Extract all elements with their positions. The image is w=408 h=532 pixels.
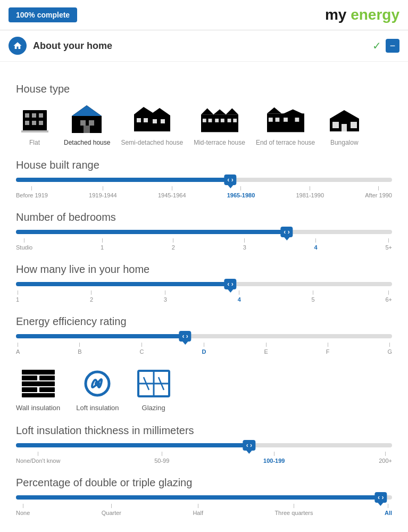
section-header: About your home ✓ − bbox=[0, 30, 408, 62]
tick-epc-g: G bbox=[387, 348, 392, 355]
svg-rect-47 bbox=[22, 381, 55, 386]
collapse-button[interactable]: − bbox=[386, 39, 399, 53]
tick-label-1965: 1965-1980 bbox=[227, 192, 255, 198]
tick-studio: Studio bbox=[16, 244, 32, 251]
bungalow-icon bbox=[326, 104, 363, 136]
glazing-track-bar: ‹ › bbox=[16, 495, 392, 500]
main-content: House type Flat bbox=[0, 62, 408, 532]
loft-thickness-label: Loft insulation thickness in millimeters bbox=[16, 425, 392, 437]
svg-rect-48 bbox=[22, 387, 37, 392]
epc-ticks: A B C D E F G bbox=[16, 343, 392, 355]
occupants-fill bbox=[16, 282, 230, 286]
house-type-semi[interactable]: Semi-detached house bbox=[121, 104, 183, 146]
house-type-mid[interactable]: Mid-terrace house bbox=[194, 104, 245, 146]
svg-rect-4 bbox=[25, 121, 29, 125]
tick-1919: 1919-1944 bbox=[89, 186, 117, 198]
flat-label: Flat bbox=[29, 139, 40, 146]
house-type-label: House type bbox=[16, 83, 392, 95]
tick-none-gl: None bbox=[16, 510, 30, 516]
tick-epc-b: B bbox=[78, 348, 81, 355]
bedrooms-handle[interactable]: ‹ › bbox=[280, 227, 293, 237]
svg-rect-17 bbox=[149, 115, 170, 131]
tick-epc-e: E bbox=[264, 348, 268, 355]
loft-thickness-track: ‹ › bbox=[16, 443, 392, 447]
bedrooms-slider-section: Number of bedrooms ‹ › Studio 1 2 3 4 5+ bbox=[16, 211, 392, 251]
loft-thickness-fill bbox=[16, 443, 249, 447]
svg-marker-34 bbox=[281, 110, 304, 115]
tick-epc-c: C bbox=[140, 348, 144, 355]
house-type-detached[interactable]: Detached house bbox=[64, 104, 110, 146]
top-bar: 100% complete my energy bbox=[0, 0, 408, 30]
mid-icon bbox=[201, 104, 238, 136]
bedrooms-label: Number of bedrooms bbox=[16, 211, 392, 223]
svg-rect-7 bbox=[21, 130, 48, 132]
svg-marker-25 bbox=[226, 109, 238, 115]
tick-before1919: Before 1919 bbox=[16, 186, 48, 198]
occupants-slider-section: How many live in your home ‹ › 1 2 3 4 5… bbox=[16, 263, 392, 303]
svg-rect-46 bbox=[39, 376, 55, 380]
glazing-icon bbox=[135, 368, 172, 400]
home-icon bbox=[9, 37, 27, 55]
svg-rect-41 bbox=[332, 122, 339, 128]
tick-2bed: 2 bbox=[172, 244, 175, 251]
occupants-label: How many live in your home bbox=[16, 263, 392, 276]
svg-rect-27 bbox=[208, 119, 212, 122]
svg-marker-23 bbox=[201, 109, 213, 115]
svg-rect-32 bbox=[267, 113, 304, 132]
svg-rect-31 bbox=[233, 119, 237, 122]
svg-rect-21 bbox=[161, 119, 165, 123]
brand-energy: energy bbox=[351, 6, 399, 23]
house-type-flat[interactable]: Flat bbox=[16, 104, 53, 146]
house-built-handle[interactable]: ‹ › bbox=[224, 174, 236, 185]
loft-insulation-label: Loft insulation bbox=[76, 404, 119, 412]
glazing-track: ‹ › bbox=[16, 495, 392, 500]
glazing-handle[interactable]: ‹ › bbox=[374, 492, 387, 503]
loft-thickness-ticks: None/Don't know 50-99 100-199 200+ bbox=[16, 452, 392, 464]
section-title: About your home bbox=[33, 40, 112, 52]
glazing-item[interactable]: Glazing bbox=[135, 368, 172, 412]
tick-half: Half bbox=[193, 510, 203, 516]
mid-label: Mid-terrace house bbox=[194, 139, 245, 146]
occupants-track: ‹ › bbox=[16, 282, 392, 286]
occupants-handle[interactable]: ‹ › bbox=[224, 279, 236, 289]
svg-rect-28 bbox=[215, 119, 219, 122]
svg-rect-6 bbox=[39, 121, 43, 125]
bedrooms-ticks: Studio 1 2 3 4 5+ bbox=[16, 238, 392, 251]
house-types: Flat Detached house bbox=[16, 104, 392, 146]
svg-rect-12 bbox=[89, 120, 94, 126]
glazing-slider-section: Percentage of double or triple glazing ‹… bbox=[16, 477, 392, 516]
house-built-slider-section: House built range ‹ › Before 1919 1919-1… bbox=[16, 159, 392, 198]
svg-rect-35 bbox=[268, 118, 272, 122]
tick-epc-d: D bbox=[202, 348, 206, 355]
wall-insulation-item[interactable]: Wall insulation bbox=[16, 368, 60, 412]
svg-marker-24 bbox=[213, 110, 226, 115]
tick-label-after1990: After 1990 bbox=[365, 192, 392, 198]
tick-epc-a: A bbox=[16, 348, 20, 355]
detached-label: Detached house bbox=[64, 139, 110, 146]
occupants-ticks: 1 2 3 4 5 6+ bbox=[16, 290, 392, 303]
loft-insulation-item[interactable]: Loft insulation bbox=[76, 368, 119, 412]
end-label: End of terrace house bbox=[256, 139, 315, 146]
header-actions: ✓ − bbox=[372, 39, 399, 53]
tick-occ4: 4 bbox=[238, 296, 241, 303]
epc-handle[interactable]: ‹ › bbox=[179, 331, 191, 342]
epc-track-bar: ‹ › bbox=[16, 334, 392, 338]
loft-thickness-slider-section: Loft insulation thickness in millimeters… bbox=[16, 425, 392, 464]
svg-rect-5 bbox=[32, 121, 36, 125]
tick-after1990: After 1990 bbox=[365, 186, 392, 198]
svg-rect-2 bbox=[32, 113, 36, 118]
tick-4bed: 4 bbox=[314, 244, 318, 251]
svg-rect-42 bbox=[351, 122, 357, 128]
svg-rect-36 bbox=[275, 118, 279, 122]
house-type-end[interactable]: End of terrace house bbox=[256, 104, 315, 146]
epc-label: Energy efficiency rating bbox=[16, 315, 392, 328]
house-built-fill bbox=[16, 178, 230, 182]
occupants-track-bar: ‹ › bbox=[16, 282, 392, 286]
tick-1945: 1945-1964 bbox=[158, 186, 186, 198]
svg-rect-43 bbox=[342, 124, 347, 131]
tick-three-quarters: Three quarters bbox=[274, 510, 313, 516]
brand-logo: my energy bbox=[325, 6, 399, 23]
house-type-bungalow[interactable]: Bungalow bbox=[326, 104, 363, 146]
tick-occ5: 5 bbox=[312, 296, 315, 303]
loft-thickness-handle[interactable]: ‹ › bbox=[243, 440, 255, 451]
